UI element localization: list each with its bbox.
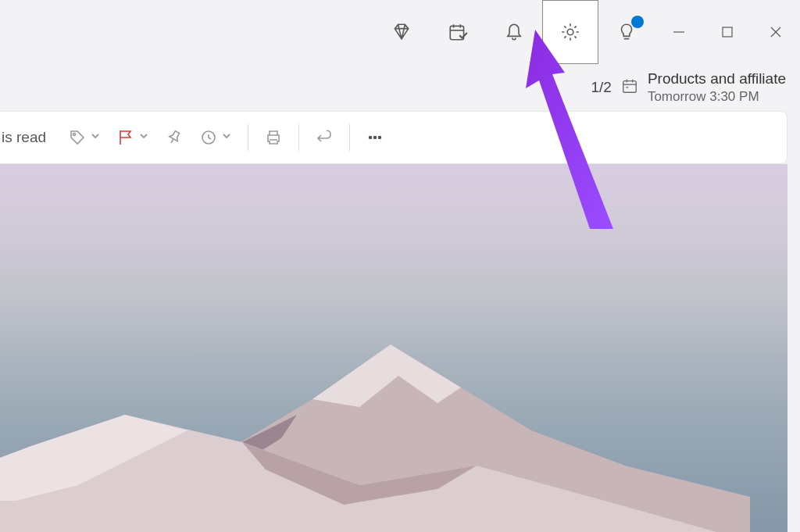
tag-button[interactable] [60,120,109,155]
chevron-down-icon [138,130,149,145]
close-button[interactable] [752,0,800,64]
svg-point-15 [73,134,76,136]
svg-point-19 [379,137,381,139]
calendar-check-button[interactable] [430,0,486,64]
print-icon [264,128,283,147]
event-count: 1/2 [591,79,611,96]
chevron-down-icon [90,130,101,145]
undo-icon [315,128,334,147]
tag-icon [68,128,87,147]
title-icons [373,0,655,64]
svg-point-18 [374,137,377,139]
pin-icon [165,128,184,147]
window-controls [655,0,800,64]
separator [248,124,248,151]
undo-button[interactable] [307,120,341,155]
svg-rect-10 [623,81,637,93]
flag-button[interactable] [109,120,157,155]
svg-point-4 [567,29,573,35]
bell-icon [504,22,524,42]
chevron-down-icon [221,130,232,145]
separator [349,124,350,151]
notification-badge [631,16,644,28]
event-calendar-button[interactable] [621,77,638,98]
svg-point-17 [370,137,372,139]
print-button[interactable] [256,120,291,155]
notifications-button[interactable] [486,0,542,64]
event-title: Products and affiliate [648,70,786,89]
settings-button[interactable] [542,0,598,64]
tips-button[interactable] [598,0,655,64]
maximize-button[interactable] [703,0,752,64]
calendar-icon [621,77,638,95]
pin-button[interactable] [157,120,191,155]
event-bar: 1/2 Products and affiliate Tomorrow 3:30… [0,64,800,111]
clock-icon [199,128,218,147]
message-toolbar: is read [0,111,788,164]
snooze-button[interactable] [191,120,240,155]
event-time: Tomorrow 3:30 PM [648,88,786,105]
more-button[interactable] [358,120,392,155]
event-info[interactable]: Products and affiliate Tomorrow 3:30 PM [648,70,786,106]
mountain-foreground [0,391,788,532]
maximize-icon [720,25,734,39]
diamond-icon [391,22,412,42]
minimize-button[interactable] [655,0,703,64]
title-bar [0,0,800,64]
ellipsis-icon [366,128,384,147]
svg-rect-7 [723,27,732,37]
gear-icon [560,22,580,42]
read-status-label: is read [0,129,60,146]
close-icon [769,25,783,39]
content-area [0,164,788,532]
flag-icon [116,128,135,147]
premium-button[interactable] [373,0,430,64]
minimize-icon [672,25,686,39]
separator [298,124,299,151]
calendar-check-icon [448,22,468,42]
